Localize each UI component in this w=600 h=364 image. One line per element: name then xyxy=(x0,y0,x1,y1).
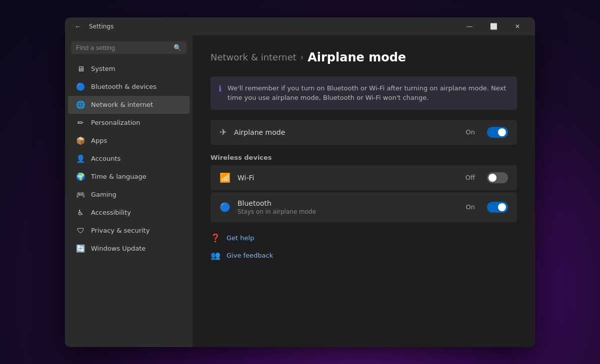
bluetooth-device-icon: 🔵 xyxy=(220,202,230,212)
give-feedback-label: Give feedback xyxy=(226,252,273,259)
window-controls: — ⬜ ✕ xyxy=(458,19,529,34)
main-content: Network & internet › Airplane mode ℹ️ We… xyxy=(192,35,535,347)
system-icon: 🖥 xyxy=(76,64,85,73)
time-icon: 🌍 xyxy=(76,172,85,181)
wireless-section-label: Wireless devices xyxy=(210,154,517,161)
accessibility-icon: ♿ xyxy=(76,208,85,217)
wifi-row: 📶 Wi-Fi Off xyxy=(210,165,517,190)
bluetooth-sublabel: Stays on in airplane mode xyxy=(238,208,459,215)
sidebar-item-accessibility[interactable]: ♿ Accessibility xyxy=(68,204,190,222)
search-input[interactable] xyxy=(76,44,170,51)
personalization-icon: ✏️ xyxy=(76,118,85,127)
sidebar-label-gaming: Gaming xyxy=(91,191,116,198)
bluetooth-status: On xyxy=(466,203,475,211)
minimize-button[interactable]: — xyxy=(458,19,481,34)
breadcrumb: Network & internet › Airplane mode xyxy=(210,50,517,64)
windows-update-icon: 🔄 xyxy=(76,244,85,253)
maximize-button[interactable]: ⬜ xyxy=(482,19,505,34)
airplane-mode-row: ✈️ Airplane mode On xyxy=(210,120,517,145)
sidebar-item-system[interactable]: 🖥 System xyxy=(68,60,190,78)
breadcrumb-parent[interactable]: Network & internet xyxy=(210,52,296,62)
sidebar-item-time[interactable]: 🌍 Time & language xyxy=(68,168,190,186)
airplane-mode-label-group: Airplane mode xyxy=(234,128,458,136)
get-help-label: Get help xyxy=(226,234,254,242)
airplane-mode-label: Airplane mode xyxy=(234,128,458,136)
sidebar-label-personalization: Personalization xyxy=(91,119,140,126)
bluetooth-label-group: Bluetooth Stays on in airplane mode xyxy=(238,199,459,215)
sidebar-label-bluetooth: Bluetooth & devices xyxy=(91,83,156,90)
bluetooth-row: 🔵 Bluetooth Stays on in airplane mode On xyxy=(210,192,517,222)
sidebar-item-network[interactable]: 🌐 Network & internet xyxy=(68,96,190,114)
wifi-toggle[interactable] xyxy=(487,172,508,183)
airplane-mode-toggle[interactable] xyxy=(487,127,508,138)
accounts-icon: 👤 xyxy=(76,154,85,163)
bluetooth-toggle[interactable] xyxy=(487,202,508,213)
sidebar: 🔍 🖥 System 🔵 Bluetooth & devices 🌐 Netwo… xyxy=(65,35,192,347)
content-area: 🔍 🖥 System 🔵 Bluetooth & devices 🌐 Netwo… xyxy=(65,35,535,347)
wifi-status: Off xyxy=(466,174,475,181)
sidebar-label-time: Time & language xyxy=(91,173,146,180)
give-feedback-row[interactable]: 👥 Give feedback xyxy=(210,247,517,264)
apps-icon: 📦 xyxy=(76,136,85,145)
breadcrumb-current: Airplane mode xyxy=(308,50,406,64)
airplane-mode-status: On xyxy=(466,128,475,136)
search-icon: 🔍 xyxy=(174,44,182,51)
breadcrumb-separator: › xyxy=(300,52,304,62)
sidebar-label-network: Network & internet xyxy=(91,101,153,108)
get-help-row[interactable]: ❓ Get help xyxy=(210,229,517,247)
wifi-label-group: Wi-Fi xyxy=(238,174,458,182)
give-feedback-icon: 👥 xyxy=(210,251,220,260)
titlebar: ← Settings — ⬜ ✕ xyxy=(65,17,535,35)
back-button[interactable]: ← xyxy=(71,19,85,33)
sidebar-item-personalization[interactable]: ✏️ Personalization xyxy=(68,114,190,132)
sidebar-label-apps: Apps xyxy=(91,137,107,144)
sidebar-label-accessibility: Accessibility xyxy=(91,209,131,216)
bluetooth-icon: 🔵 xyxy=(76,82,85,91)
privacy-icon: 🛡 xyxy=(76,226,85,235)
info-icon: ℹ️ xyxy=(218,84,222,93)
sidebar-item-bluetooth[interactable]: 🔵 Bluetooth & devices xyxy=(68,78,190,96)
sidebar-label-windows-update: Windows Update xyxy=(91,245,146,252)
close-button[interactable]: ✕ xyxy=(506,19,529,34)
sidebar-label-accounts: Accounts xyxy=(91,155,120,162)
gaming-icon: 🎮 xyxy=(76,190,85,199)
sidebar-item-apps[interactable]: 📦 Apps xyxy=(68,132,190,150)
sidebar-item-accounts[interactable]: 👤 Accounts xyxy=(68,150,190,168)
wifi-label: Wi-Fi xyxy=(238,174,458,182)
airplane-mode-icon: ✈️ xyxy=(220,127,227,137)
settings-window: ← Settings — ⬜ ✕ 🔍 🖥 System 🔵 Bluetooth … xyxy=(65,17,535,347)
info-banner: ℹ️ We'll remember if you turn on Bluetoo… xyxy=(210,76,517,110)
get-help-icon: ❓ xyxy=(210,233,220,243)
sidebar-item-gaming[interactable]: 🎮 Gaming xyxy=(68,186,190,204)
wifi-icon: 📶 xyxy=(220,172,230,183)
bluetooth-label: Bluetooth xyxy=(238,199,459,207)
info-banner-text: We'll remember if you turn on Bluetooth … xyxy=(228,83,509,103)
sidebar-label-privacy: Privacy & security xyxy=(91,227,150,234)
network-icon: 🌐 xyxy=(76,100,85,109)
sidebar-item-windows-update[interactable]: 🔄 Windows Update xyxy=(68,240,190,258)
search-box[interactable]: 🔍 xyxy=(71,41,186,54)
window-title: Settings xyxy=(89,23,114,30)
sidebar-item-privacy[interactable]: 🛡 Privacy & security xyxy=(68,222,190,240)
sidebar-label-system: System xyxy=(91,65,115,72)
